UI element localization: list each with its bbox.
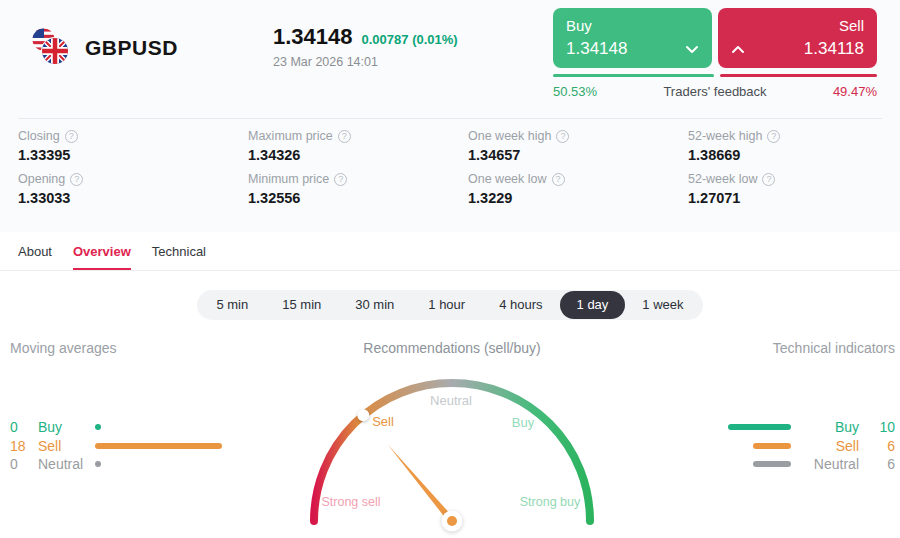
stat-one-week-high: One week high 1.34657 <box>468 129 688 163</box>
stat-label: 52-week high <box>688 129 762 143</box>
feedback-buy-bar <box>553 74 714 77</box>
current-price: 1.34148 <box>273 24 353 50</box>
timeframe-1hour[interactable]: 1 hour <box>411 291 482 319</box>
stat-value: 1.34326 <box>248 147 468 163</box>
gauge-label-neutral: Neutral <box>430 393 472 408</box>
chevron-up-icon <box>731 45 745 54</box>
feedback-sell-pct: 49.47% <box>833 84 877 99</box>
stat-label: One week low <box>468 172 547 186</box>
page-tabs: About Overview Technical <box>0 232 900 271</box>
stat-value: 1.32556 <box>248 190 468 206</box>
question-icon[interactable] <box>552 173 565 186</box>
gauge-label-buy: Buy <box>512 415 534 430</box>
technical-indicators-title: Technical indicators <box>610 340 895 356</box>
ti-buy-label: Buy <box>801 419 859 435</box>
stat-value: 1.33395 <box>18 147 248 163</box>
stat-value: 1.27071 <box>688 190 882 206</box>
timeframe-bar: 5 min 15 min 30 min 1 hour 4 hours 1 day… <box>0 290 900 320</box>
price-block: 1.34148 0.00787 (0.01%) 23 Mar 2026 14:0… <box>273 24 458 69</box>
ma-buy-label: Buy <box>38 419 95 435</box>
question-icon[interactable] <box>338 130 351 143</box>
feedback-sell-bar <box>720 74 877 77</box>
ma-neutral-bar <box>95 461 101 467</box>
buy-button-label: Buy <box>566 17 699 34</box>
gbpusd-quote-page: GBPUSD 1.34148 0.00787 (0.01%) 23 Mar 20… <box>0 0 900 538</box>
sell-price: 1.34118 <box>804 39 864 59</box>
ma-neutral-count: 0 <box>10 456 38 472</box>
analysis-section: Moving averages 0 Buy 18 Sell 0 Neutral <box>0 340 900 538</box>
buy-price: 1.34148 <box>566 39 627 59</box>
buy-button[interactable]: Buy 1.34148 <box>553 8 712 68</box>
tab-technical[interactable]: Technical <box>152 244 206 270</box>
gauge-marker-dot <box>357 409 369 421</box>
question-icon[interactable] <box>762 173 775 186</box>
stat-minimum-price: Minimum price 1.32556 <box>248 172 468 206</box>
stat-label: 52-week low <box>688 172 757 186</box>
stat-value: 1.34657 <box>468 147 688 163</box>
ma-row-neutral: 0 Neutral <box>10 455 290 474</box>
ma-sell-count: 18 <box>10 438 38 454</box>
stat-label: Maximum price <box>248 129 333 143</box>
ti-buy-bar <box>728 424 791 430</box>
ti-row-buy: Buy 10 <box>610 418 895 437</box>
header-divider <box>18 118 882 119</box>
stat-value: 1.38669 <box>688 147 882 163</box>
timeframe-4hours[interactable]: 4 hours <box>482 291 559 319</box>
gbp-usd-flags-icon <box>30 26 70 70</box>
stat-52-week-high: 52-week high 1.38669 <box>688 129 882 163</box>
stat-label: Minimum price <box>248 172 329 186</box>
question-icon[interactable] <box>767 130 780 143</box>
tab-overview[interactable]: Overview <box>73 244 131 270</box>
timeframe-5min[interactable]: 5 min <box>199 291 265 319</box>
ti-neutral-label: Neutral <box>801 456 859 472</box>
moving-averages-panel: Moving averages 0 Buy 18 Sell 0 Neutral <box>10 340 290 474</box>
gauge-needle <box>385 442 454 523</box>
timeframe-1week[interactable]: 1 week <box>625 291 700 319</box>
price-change: 0.00787 (0.01%) <box>362 32 458 47</box>
stat-label: Opening <box>18 172 65 186</box>
question-icon[interactable] <box>334 173 347 186</box>
question-icon[interactable] <box>556 130 569 143</box>
stat-one-week-low: One week low 1.3229 <box>468 172 688 206</box>
timeframe-group: 5 min 15 min 30 min 1 hour 4 hours 1 day… <box>197 290 702 320</box>
feedback-label: Traders' feedback <box>663 84 766 99</box>
ti-neutral-count: 6 <box>869 456 895 472</box>
gauge-label-sell: Sell <box>372 414 394 429</box>
ti-sell-count: 6 <box>869 438 895 454</box>
trade-widget: Buy 1.34148 Sell 1.34118 <box>553 8 877 99</box>
ti-sell-bar <box>753 443 791 449</box>
question-icon[interactable] <box>70 173 83 186</box>
technical-indicators-panel: Technical indicators Buy 10 Sell 6 Neutr… <box>610 340 895 474</box>
ti-row-sell: Sell 6 <box>610 437 895 456</box>
recommendations-panel: Recommendations (sell/buy) Neutral Sell <box>302 340 602 538</box>
feedback-buy-pct: 50.53% <box>553 84 597 99</box>
question-icon[interactable] <box>65 130 78 143</box>
ma-neutral-label: Neutral <box>38 456 95 472</box>
stat-opening: Opening 1.33033 <box>18 172 248 206</box>
recommendations-title: Recommendations (sell/buy) <box>302 340 602 356</box>
moving-averages-title: Moving averages <box>10 340 290 356</box>
ma-sell-label: Sell <box>38 438 95 454</box>
quote-timestamp: 23 Mar 2026 14:01 <box>273 55 458 69</box>
gauge-label-strong-buy: Strong buy <box>520 495 580 509</box>
timeframe-1day[interactable]: 1 day <box>560 291 626 319</box>
tab-about[interactable]: About <box>18 244 52 270</box>
sell-button[interactable]: Sell 1.34118 <box>718 8 877 68</box>
stat-label: Closing <box>18 129 60 143</box>
chevron-down-icon <box>685 45 699 54</box>
ti-buy-count: 10 <box>869 419 895 435</box>
timeframe-30min[interactable]: 30 min <box>338 291 411 319</box>
ma-buy-count: 0 <box>10 419 38 435</box>
gauge-label-strong-sell: Strong sell <box>321 495 380 509</box>
stat-value: 1.33033 <box>18 190 248 206</box>
instrument-symbol: GBPUSD <box>85 36 178 60</box>
ma-row-buy: 0 Buy <box>10 418 290 437</box>
traders-feedback-bar <box>553 74 877 77</box>
stat-closing: Closing 1.33395 <box>18 129 248 163</box>
stat-label: One week high <box>468 129 551 143</box>
sell-button-label: Sell <box>731 17 864 34</box>
timeframe-15min[interactable]: 15 min <box>265 291 338 319</box>
ma-buy-bar <box>95 424 101 430</box>
ti-neutral-bar <box>753 461 791 467</box>
stats-grid: Closing 1.33395 Maximum price 1.34326 On… <box>18 129 882 206</box>
